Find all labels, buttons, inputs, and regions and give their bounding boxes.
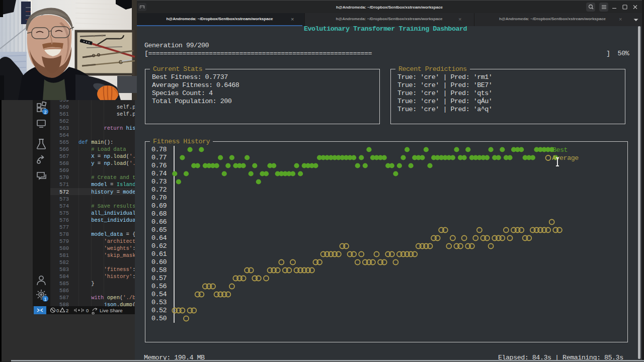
svg-text:Live Share: Live Share — [100, 308, 122, 313]
svg-text:2: 2 — [44, 110, 46, 115]
svg-text:0: 0 — [56, 308, 59, 313]
svg-text:2: 2 — [66, 308, 68, 313]
svg-text:0: 0 — [86, 308, 89, 313]
svg-text:1: 1 — [44, 297, 46, 302]
